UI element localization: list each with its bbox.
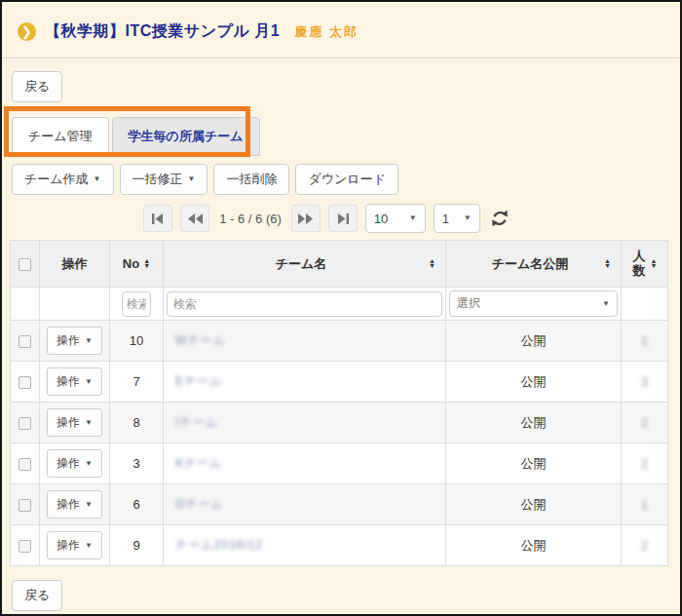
table-row: 操作▼ 8 Iチーム 公開 2	[11, 403, 668, 443]
team-name-header-label: チーム名	[276, 255, 327, 273]
row-visibility: 公開	[446, 321, 622, 362]
column-header-team-name[interactable]: チーム名 ▲▼	[164, 241, 446, 288]
table-row: 操作▼ 6 Oチーム 公開 1	[11, 484, 668, 525]
column-header-member-count[interactable]: 人数 ▲▼	[622, 241, 668, 288]
chevron-down-icon: ▼	[85, 501, 93, 509]
table-row: 操作▼ 3 Kチーム 公開 2	[11, 443, 668, 484]
bulk-edit-label: 一括修正	[133, 171, 183, 188]
operation-label: 操作	[57, 332, 80, 349]
row-no: 8	[110, 403, 164, 443]
header-row: 操作 No ▲▼ チーム名 ▲▼	[11, 241, 668, 288]
visibility-filter-value: 選択	[457, 295, 480, 312]
row-checkbox[interactable]	[19, 499, 31, 512]
bulk-delete-button[interactable]: 一括削除	[213, 164, 289, 195]
visibility-filter-select[interactable]: 選択 ▼	[449, 290, 618, 317]
team-name-redacted[interactable]: Oチーム	[175, 497, 224, 511]
course-header: ❯ 【秋学期】ITC授業サンプル 月1 慶應 太郎	[2, 2, 680, 58]
sort-icon[interactable]: ▲▼	[651, 259, 658, 268]
chevron-down-icon: ▼	[94, 175, 101, 183]
chevron-down-icon: ▼	[85, 337, 93, 345]
operation-label: 操作	[57, 455, 80, 472]
row-visibility: 公開	[446, 362, 622, 403]
row-checkbox[interactable]	[19, 376, 31, 389]
no-filter-input[interactable]	[122, 291, 151, 317]
tab-student-teams[interactable]: 学生毎の所属チーム	[112, 117, 260, 156]
page-number-select[interactable]: 1 ▼	[434, 204, 480, 233]
chevron-down-icon: ▼	[85, 378, 93, 386]
row-checkbox[interactable]	[19, 458, 31, 471]
table-row: 操作▼ 10 Wチーム 公開 1	[11, 321, 668, 362]
chevron-right-icon: ❯	[18, 22, 36, 41]
previous-page-icon	[188, 213, 203, 224]
toolbar: チーム作成 ▼ 一括修正 ▼ 一括削除 ダウンロード	[2, 157, 680, 195]
page-size-value: 10	[374, 212, 388, 226]
tabs-bar: チーム管理 学生毎の所属チーム	[2, 110, 680, 157]
first-page-button[interactable]	[143, 205, 172, 232]
column-header-visibility[interactable]: チーム名公開 ▲▼	[446, 241, 622, 288]
sort-icon[interactable]: ▲▼	[604, 259, 611, 268]
row-visibility: 公開	[446, 403, 622, 443]
next-page-icon	[298, 213, 313, 224]
team-name-redacted[interactable]: Wチーム	[175, 333, 226, 347]
team-name-redacted[interactable]: Eチーム	[175, 374, 223, 388]
last-page-icon	[337, 213, 349, 224]
row-checkbox[interactable]	[19, 540, 31, 553]
team-name-filter-input[interactable]	[167, 291, 442, 317]
row-visibility: 公開	[446, 443, 622, 484]
team-management-page: ❯ 【秋学期】ITC授業サンプル 月1 慶應 太郎 戻る チーム管理 学生毎の所…	[0, 0, 682, 616]
refresh-icon	[490, 209, 510, 228]
column-header-no[interactable]: No ▲▼	[110, 241, 164, 288]
row-no: 9	[110, 525, 164, 566]
team-name-redacted[interactable]: Iチーム	[175, 415, 218, 429]
sort-icon[interactable]: ▲▼	[429, 259, 436, 268]
member-count-redacted: 2	[641, 416, 648, 430]
pagination: 1 - 6 / 6 (6) 10 ▼ 1 ▼	[0, 204, 680, 233]
download-button[interactable]: ダウンロード	[295, 164, 398, 195]
member-count-redacted: 2	[641, 457, 648, 471]
previous-page-button[interactable]	[180, 205, 209, 232]
row-operation-button[interactable]: 操作▼	[47, 367, 102, 396]
filter-row: 選択 ▼	[11, 288, 668, 321]
row-checkbox[interactable]	[19, 335, 31, 348]
first-page-icon	[152, 213, 164, 224]
next-page-button[interactable]	[291, 205, 321, 232]
member-count-header-label: 人数	[632, 250, 647, 279]
page-size-select[interactable]: 10 ▼	[365, 204, 426, 233]
last-page-button[interactable]	[328, 205, 358, 232]
chevron-down-icon: ▼	[188, 175, 196, 183]
row-operation-button[interactable]: 操作▼	[47, 408, 102, 437]
chevron-down-icon: ▼	[85, 460, 93, 468]
row-no: 3	[110, 443, 164, 484]
row-operation-button[interactable]: 操作▼	[47, 327, 102, 355]
back-button-bottom[interactable]: 戻る	[12, 580, 62, 611]
chevron-down-icon: ▼	[409, 214, 417, 222]
member-count-redacted: 3	[641, 375, 648, 389]
row-operation-button[interactable]: 操作▼	[47, 490, 102, 519]
column-header-operation: 操作	[40, 241, 110, 288]
course-title: 【秋学期】ITC授業サンプル 月1	[45, 21, 280, 42]
select-all-checkbox[interactable]	[19, 258, 31, 271]
refresh-button[interactable]	[490, 209, 510, 228]
chevron-down-icon: ▼	[602, 300, 610, 308]
row-operation-button[interactable]: 操作▼	[47, 449, 102, 478]
team-name-redacted[interactable]: チーム2019/12	[175, 538, 263, 552]
no-header-label: No	[123, 256, 139, 271]
pagination-range-text: 1 - 6 / 6 (6)	[219, 212, 282, 226]
operation-label: 操作	[57, 496, 80, 513]
sort-icon[interactable]: ▲▼	[143, 259, 150, 268]
teams-table: 操作 No ▲▼ チーム名 ▲▼	[10, 240, 668, 566]
row-operation-button[interactable]: 操作▼	[47, 531, 102, 559]
chevron-down-icon: ▼	[85, 419, 93, 427]
member-count-redacted: 2	[641, 539, 648, 553]
row-no: 6	[110, 484, 164, 525]
row-checkbox[interactable]	[19, 417, 31, 430]
operation-label: 操作	[57, 373, 80, 390]
member-count-redacted: 1	[641, 498, 648, 512]
create-team-button[interactable]: チーム作成 ▼	[12, 164, 114, 195]
tab-team-management[interactable]: チーム管理	[12, 117, 109, 156]
back-button-top[interactable]: 戻る	[12, 71, 62, 102]
team-name-redacted[interactable]: Kチーム	[175, 456, 223, 470]
bulk-edit-button[interactable]: 一括修正 ▼	[120, 164, 208, 195]
operation-label: 操作	[57, 414, 80, 431]
row-no: 10	[110, 321, 164, 362]
